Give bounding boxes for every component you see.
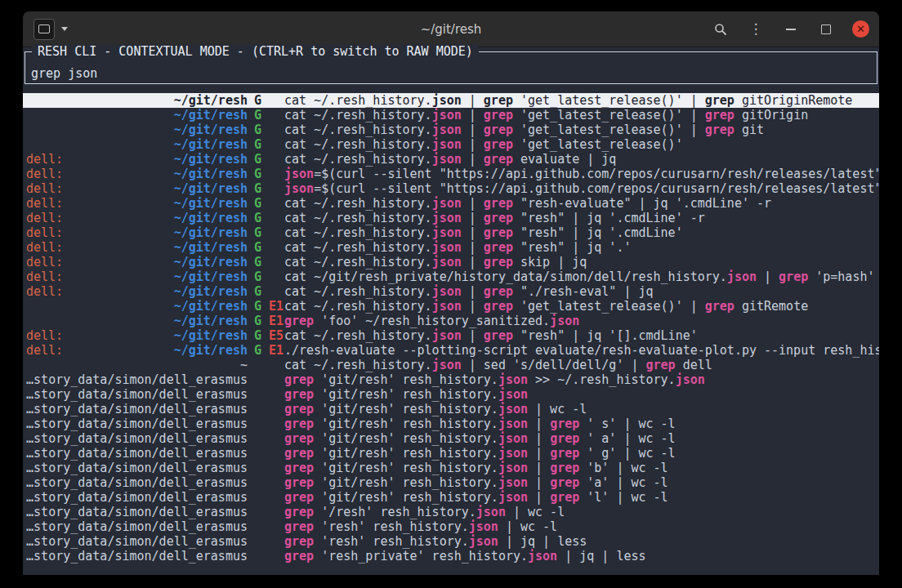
query-match: grep [484, 211, 513, 225]
history-row[interactable]: …story_data/simon/dell_erasmusgrep 'resh… [23, 549, 879, 564]
search-query-input[interactable]: grep json [31, 66, 97, 81]
row-host: dell: [26, 328, 63, 343]
history-row[interactable]: dell:~/git/reshGcat ~/.resh_history.json… [23, 255, 879, 270]
query-match: json [432, 225, 462, 240]
history-row[interactable]: …story_data/simon/dell_erasmusgrep 'git/… [23, 446, 879, 461]
row-status-flags: G [248, 167, 284, 181]
row-status-flags: G [248, 284, 284, 299]
history-row[interactable]: ~cat ~/.resh_history.json | sed 's/dell/… [23, 358, 879, 372]
history-row[interactable]: …story_data/simon/dell_erasmusgrep 'resh… [23, 534, 879, 549]
history-row[interactable]: dell:~/git/reshGcat ~/.resh_history.json… [23, 284, 879, 299]
history-row[interactable]: dell:~/git/reshG E1./resh-evaluate --plo… [23, 343, 879, 358]
row-location: …story_data/simon/dell_erasmus [26, 446, 248, 461]
terminal-content[interactable]: RESH CLI - CONTEXTUAL MODE - (CTRL+R to … [23, 47, 879, 575]
history-row[interactable]: dell:~/git/reshG E5cat ~/.resh_history.j… [23, 328, 879, 343]
row-status-flags: G [248, 137, 284, 152]
row-location: ~/git/resh [26, 93, 248, 108]
history-row[interactable]: …story_data/simon/dell_erasmusgrep 'git/… [23, 490, 879, 505]
git-flag: G [254, 137, 261, 152]
history-row[interactable]: …story_data/simon/dell_erasmusgrep '/res… [23, 505, 879, 519]
restore-window-icon[interactable] [817, 20, 835, 38]
history-row[interactable]: …story_data/simon/dell_erasmusgrep 'git/… [23, 475, 879, 490]
query-match: json [432, 211, 462, 225]
query-match: grep [284, 402, 314, 416]
history-row[interactable]: dell:~/git/reshGjson=$(curl --silent "ht… [23, 181, 879, 196]
history-row[interactable]: …story_data/simon/dell_erasmusgrep 'git/… [23, 431, 879, 446]
titlebar: ~/git/resh ⋮ ✕ [23, 11, 879, 47]
history-row[interactable]: dell:~/git/reshGcat ~/.resh_history.json… [23, 240, 879, 255]
history-row[interactable]: dell:~/git/reshGcat ~/.resh_history.json… [23, 152, 879, 167]
row-location: dell:~/git/resh [26, 328, 248, 343]
row-location: ~/git/resh [26, 137, 248, 152]
history-row[interactable]: …story_data/simon/dell_erasmusgrep 'git/… [23, 461, 879, 475]
terminal-screen-glyph [38, 24, 50, 33]
row-command: grep 'git/resh' resh_history.json | grep… [284, 490, 879, 505]
row-location: dell:~/git/resh [26, 343, 248, 358]
close-icon[interactable]: ✕ [852, 20, 869, 38]
query-match: grep [484, 108, 513, 122]
error-flag: E5 [269, 328, 284, 343]
history-row[interactable]: dell:~/git/reshGjson=$(curl --silent "ht… [23, 167, 879, 181]
query-match: grep [550, 416, 579, 431]
query-match: json [498, 402, 528, 416]
row-status-flags: G E1 [248, 343, 284, 358]
row-directory: ~/git/resh [174, 225, 248, 240]
row-status-flags [248, 446, 284, 461]
row-host: dell: [26, 343, 63, 358]
history-row[interactable]: …story_data/simon/dell_erasmusgrep 'git/… [23, 387, 879, 402]
history-row[interactable]: …story_data/simon/dell_erasmusgrep 'resh… [23, 519, 879, 534]
tab-dropdown-caret-icon[interactable] [61, 27, 68, 31]
history-row[interactable]: …story_data/simon/dell_erasmusgrep 'git/… [23, 402, 879, 416]
history-row[interactable]: ~/git/reshGcat ~/.resh_history.json | gr… [23, 137, 879, 152]
row-command: grep 'git/resh' resh_history.json >> ~/.… [284, 372, 879, 387]
error-flag: E1 [269, 343, 284, 358]
git-flag: G [254, 108, 261, 122]
history-row[interactable]: …story_data/simon/dell_erasmusgrep 'git/… [23, 372, 879, 387]
query-match: grep [484, 225, 513, 240]
history-row[interactable]: ~/git/reshGcat ~/.resh_history.json | gr… [23, 108, 879, 122]
history-row[interactable]: ~/git/reshGcat ~/.resh_history.json | gr… [23, 122, 879, 137]
row-location: …story_data/simon/dell_erasmus [26, 475, 248, 490]
row-status-flags: G [248, 270, 284, 284]
git-flag: G [254, 284, 261, 299]
query-match: grep [284, 431, 314, 446]
row-status-flags: G E1 [248, 314, 284, 328]
query-match: json [676, 372, 705, 387]
query-match: json [432, 358, 462, 372]
git-flag: G [254, 299, 261, 314]
row-command: cat ~/.resh_history.json | grep skip | j… [284, 255, 879, 270]
row-location: …story_data/simon/dell_erasmus [26, 519, 248, 534]
terminal-window: ~/git/resh ⋮ ✕ RESH CLI - CONTEXTUAL MOD… [23, 11, 879, 575]
menu-kebab-icon[interactable]: ⋮ [747, 20, 765, 38]
row-directory: ~/git/resh [174, 122, 248, 137]
row-directory: …story_data/simon/dell_erasmus [26, 416, 248, 431]
git-flag: G [254, 211, 261, 225]
history-row[interactable]: dell:~/git/reshGcat ~/git/resh_private/h… [23, 270, 879, 284]
query-match: json [498, 490, 528, 505]
row-host: dell: [26, 270, 63, 284]
history-row[interactable]: ~/git/reshG E1cat ~/.resh_history.json |… [23, 299, 879, 314]
row-command: cat ~/.resh_history.json | grep "resh-ev… [284, 196, 879, 211]
query-match: json [550, 314, 579, 328]
git-flag: G [254, 122, 261, 137]
history-row[interactable]: ~/git/reshG E1grep 'foo' ~/resh_history_… [23, 314, 879, 328]
history-row[interactable]: …story_data/simon/dell_erasmusgrep 'git/… [23, 416, 879, 431]
query-match: json [432, 299, 462, 314]
row-status-flags: G [248, 181, 284, 196]
row-location: …story_data/simon/dell_erasmus [26, 549, 248, 564]
history-row[interactable]: dell:~/git/reshGcat ~/.resh_history.json… [23, 211, 879, 225]
git-flag: G [254, 152, 261, 167]
row-command: ./resh-evaluate --plotting-script evalua… [284, 343, 879, 358]
query-match: grep [705, 108, 735, 122]
row-command: cat ~/.resh_history.json | grep 'get_lat… [284, 122, 879, 137]
history-row[interactable]: dell:~/git/reshGcat ~/.resh_history.json… [23, 196, 879, 211]
minimize-icon[interactable] [782, 20, 800, 38]
terminal-tab-icon[interactable] [33, 19, 55, 40]
row-directory: ~/git/resh [174, 181, 248, 196]
history-row[interactable]: ~/git/reshGcat ~/.resh_history.json | gr… [23, 93, 879, 108]
git-flag: G [254, 240, 261, 255]
row-directory: …story_data/simon/dell_erasmus [26, 431, 248, 446]
row-directory: ~/git/resh [174, 255, 248, 270]
search-icon[interactable] [712, 20, 730, 38]
history-row[interactable]: dell:~/git/reshGcat ~/.resh_history.json… [23, 225, 879, 240]
